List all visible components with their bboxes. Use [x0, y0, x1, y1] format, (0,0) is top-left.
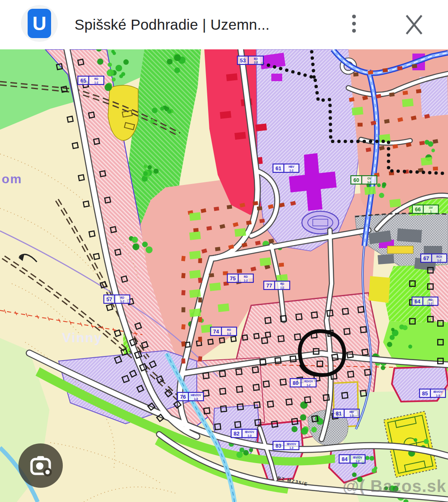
svg-text:RD: RD — [244, 275, 248, 278]
header-bar: U Spišské Podhradie | Uzemn... — [0, 0, 448, 49]
svg-text:1-2: 1-2 — [350, 414, 354, 417]
svg-text:IBV/OV: IBV/OV — [353, 456, 363, 459]
svg-text:1-2: 1-2 — [280, 286, 284, 289]
zone-label: 75RD1-2 — [227, 274, 253, 282]
svg-text:HBV/OV: HBV/OV — [191, 394, 202, 397]
close-icon[interactable] — [399, 12, 424, 37]
zone-label: 83IBV/OV1-3 — [273, 441, 299, 450]
svg-text:74: 74 — [213, 329, 219, 335]
zone-label: 85IBV/OV1-3 — [420, 389, 445, 397]
svg-text:RD: RD — [120, 296, 124, 299]
svg-text:1-2: 1-2 — [244, 279, 248, 282]
svg-text:1-3: 1-3 — [367, 181, 371, 184]
svg-text:RD: RD — [227, 328, 231, 331]
zoning-map-canvas: 53BD1-265RD1-257RD1-260OV1-361HBV1-266OV… — [0, 49, 448, 502]
svg-text:IBV/OV: IBV/OV — [287, 443, 296, 446]
svg-text:1-2: 1-2 — [120, 300, 124, 303]
svg-text:IBV: IBV — [350, 410, 355, 413]
camera-icon — [28, 453, 53, 478]
zone-label: 53BD1-2 — [237, 56, 263, 64]
svg-text:RD: RD — [280, 282, 284, 285]
zone-label: 84IBV/OV1-2 — [339, 455, 365, 463]
svg-text:53: 53 — [240, 58, 246, 64]
svg-text:65: 65 — [80, 78, 86, 84]
svg-text:IBV/OV: IBV/OV — [245, 430, 255, 433]
svg-text:61: 61 — [275, 166, 281, 172]
svg-text:1-2: 1-2 — [355, 460, 360, 463]
svg-text:80: 80 — [293, 380, 299, 386]
zone-label: 65RD1-2 — [78, 76, 104, 85]
svg-text:1-2: 1-2 — [428, 302, 433, 305]
svg-text:BD: BD — [254, 57, 258, 60]
watermark: @( Bazos.sk — [342, 477, 446, 496]
svg-text:76: 76 — [180, 394, 186, 400]
zone-label: 77RD1-2 — [264, 281, 290, 289]
zone-label: 82IBV/OV1-3 — [231, 429, 257, 438]
svg-text:75: 75 — [230, 276, 236, 282]
svg-text:OV: OV — [429, 206, 433, 209]
zone-label: 74RD1-3 — [211, 327, 237, 336]
svg-text:RCh: RCh — [436, 255, 442, 258]
zone-label: 57RD1-2 — [104, 295, 130, 303]
svg-text:64: 64 — [415, 299, 420, 305]
svg-text:RD/OV: RD/OV — [304, 380, 313, 383]
page-title: Spišské Podhradie | Uzemn... — [75, 0, 270, 49]
svg-text:1-2: 1-2 — [437, 259, 441, 262]
svg-text:1-3: 1-3 — [194, 397, 198, 400]
svg-text:84: 84 — [342, 456, 348, 462]
zone-label: 60OV1-3 — [351, 176, 377, 184]
zone-label: 64RD1-2 — [412, 297, 438, 305]
svg-text:OV: OV — [367, 177, 371, 180]
svg-text:83: 83 — [275, 443, 281, 449]
svg-text:1-2: 1-2 — [306, 384, 311, 387]
svg-text:RD: RD — [428, 298, 433, 301]
svg-text:1-3: 1-3 — [247, 434, 252, 437]
svg-text:HBV: HBV — [288, 165, 294, 168]
svg-text:1-2: 1-2 — [254, 61, 258, 64]
svg-text:RD: RD — [94, 77, 98, 80]
map-place-label: Vinny — [62, 330, 103, 345]
svg-text:IBV/OV: IBV/OV — [433, 390, 443, 393]
svg-text:57: 57 — [106, 297, 112, 302]
svg-text:1: 1 — [430, 210, 432, 213]
svg-text:1-2: 1-2 — [94, 81, 98, 84]
zone-label: 81IBV1-2 — [333, 409, 359, 417]
svg-text:1-3: 1-3 — [289, 446, 294, 449]
svg-text:1-3: 1-3 — [436, 394, 440, 397]
svg-text:60: 60 — [353, 177, 359, 183]
zone-label: 67RCh1-2 — [421, 254, 447, 262]
svg-text:77: 77 — [266, 283, 272, 289]
zone-label: 76HBV/OV1-3 — [178, 392, 203, 401]
zone-label: 80RD/OV1-2 — [290, 379, 316, 387]
svg-text:85: 85 — [422, 391, 428, 397]
svg-text:66: 66 — [415, 207, 421, 213]
map-place-label: om — [2, 172, 22, 186]
zoning-map[interactable]: 53BD1-265RD1-257RD1-260OV1-361HBV1-266OV… — [0, 49, 448, 502]
svg-text:1-3: 1-3 — [227, 332, 231, 335]
zone-label: 66OV1 — [412, 205, 438, 213]
phone-screen: U Spišské Podhradie | Uzemn... — [0, 0, 448, 502]
svg-text:82: 82 — [234, 431, 239, 437]
svg-text:81: 81 — [336, 411, 342, 417]
app-avatar: U — [21, 5, 58, 42]
camera-lens-button[interactable] — [18, 443, 63, 488]
svg-text:67: 67 — [423, 256, 429, 261]
zone-label: 61HBV1-2 — [273, 164, 299, 172]
svg-text:1-2: 1-2 — [289, 169, 294, 172]
app-badge-letter: U — [32, 14, 46, 33]
app-badge-icon: U — [28, 9, 51, 38]
three-dot-menu-icon[interactable] — [342, 10, 366, 37]
